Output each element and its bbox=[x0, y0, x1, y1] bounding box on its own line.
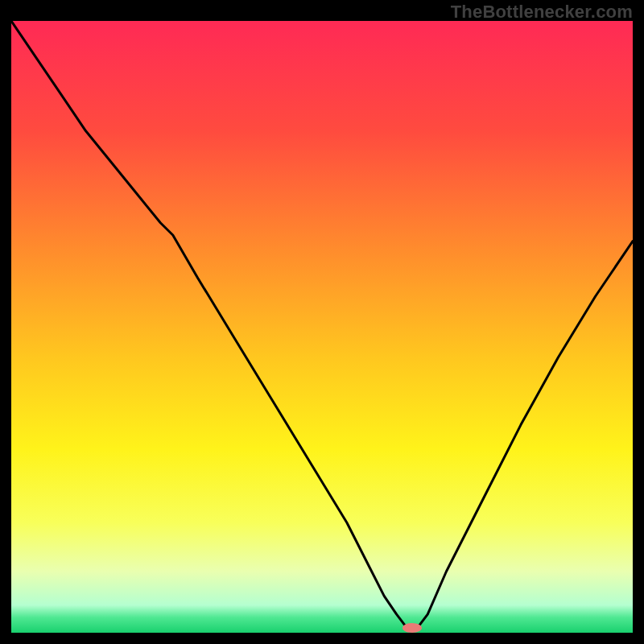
chart-frame: TheBottlenecker.com bbox=[0, 0, 644, 644]
bottleneck-chart bbox=[11, 21, 633, 633]
gradient-background bbox=[11, 21, 633, 633]
optimal-marker bbox=[402, 623, 422, 633]
watermark-text: TheBottlenecker.com bbox=[451, 2, 633, 23]
plot-area bbox=[11, 21, 633, 633]
